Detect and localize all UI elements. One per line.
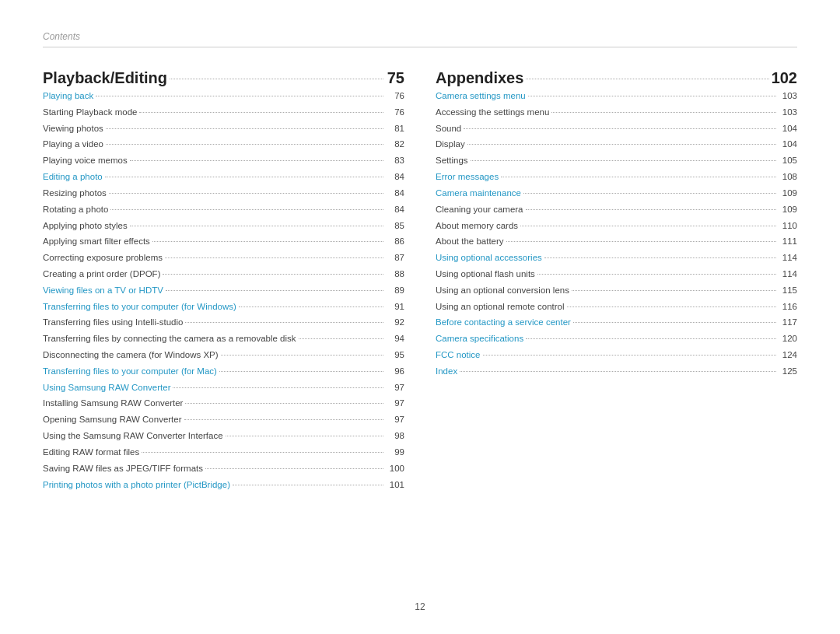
toc-dots [233,485,383,485]
toc-dots [544,257,776,258]
toc-dots [501,177,776,177]
page-container: Contents Playback/Editing 75 Playing bac… [0,0,840,634]
toc-page: 88 [386,268,404,282]
toc-page: 86 [386,235,404,249]
toc-label: Installing Samsung RAW Converter [43,397,183,411]
toc-dots [520,226,776,226]
toc-dots [184,419,383,420]
toc-page: 114 [779,251,797,265]
list-item: Display104 [436,138,797,152]
toc-page: 84 [386,170,404,184]
toc-label: Creating a print order (DPOF) [43,268,160,282]
toc-dots [96,96,383,96]
toc-dots [526,209,776,210]
page-header: Contents [43,31,797,47]
list-item: Viewing photos81 [43,122,404,136]
toc-label: Playing voice memos [43,154,128,168]
right-section-header: Appendixes 102 [436,69,797,87]
toc-page: 97 [386,397,404,411]
list-item: Viewing files on a TV or HDTV89 [43,284,404,298]
list-item: Camera maintenance109 [436,187,797,201]
list-item: Transferring files to your computer (for… [43,365,404,379]
toc-dots [105,177,383,177]
toc-dots [139,112,383,113]
toc-dots [471,160,776,161]
list-item: Using an optional conversion lens115 [436,284,797,298]
toc-dots [106,128,383,129]
toc-label: About the battery [436,235,504,249]
toc-label: Playing a video [43,138,103,152]
list-item: Before contacting a service center117 [436,316,797,330]
right-column: Appendixes 102 Camera settings menu103Ac… [436,69,797,494]
toc-page: 109 [779,203,797,217]
toc-dots [185,322,383,323]
list-item: Sound104 [436,122,797,136]
toc-page: 92 [386,316,404,330]
toc-page: 99 [386,446,404,460]
toc-label: Index [436,365,457,379]
toc-label: Settings [436,154,468,168]
toc-label: FCC notice [436,349,481,363]
list-item: Transferring files using Intelli-studio9… [43,316,404,330]
toc-page: 103 [779,89,797,103]
list-item: Printing photos with a photo printer (Pi… [43,478,404,492]
toc-page: 83 [386,154,404,168]
left-section-page: 75 [386,69,404,87]
toc-page: 108 [779,170,797,184]
toc-dots [526,338,776,339]
toc-page: 120 [779,332,797,346]
toc-label: Using an optional conversion lens [436,284,569,298]
toc-dots [109,193,383,194]
toc-dots [110,209,383,210]
left-section-title: Playback/Editing [43,69,167,87]
toc-page: 100 [386,462,404,476]
list-item: Starting Playback mode76 [43,106,404,120]
toc-dots [460,371,776,372]
list-item: Cleaning your camera109 [436,203,797,217]
list-item: About the battery111 [436,235,797,249]
toc-page: 94 [386,332,404,346]
toc-page: 101 [386,478,404,492]
toc-page: 125 [779,365,797,379]
toc-label: Using the Samsung RAW Converter Interfac… [43,429,223,443]
toc-page: 85 [386,219,404,233]
toc-page: 98 [386,429,404,443]
toc-label: Resizing photos [43,187,107,201]
toc-page: 97 [386,381,404,395]
toc-dots [528,96,776,96]
toc-dots [173,387,383,388]
left-column: Playback/Editing 75 Playing back76Starti… [43,69,404,494]
toc-label: Camera specifications [436,332,523,346]
toc-dots [506,241,776,242]
toc-page: 104 [779,122,797,136]
list-item: Error messages108 [436,170,797,184]
toc-label: Disconnecting the camera (for Windows XP… [43,349,219,363]
list-item: Transferring files to your computer (for… [43,300,404,314]
toc-dots [166,290,383,291]
toc-page: 97 [386,413,404,427]
toc-dots [163,274,383,275]
toc-dots [299,338,383,339]
toc-label: Using an optional remote control [436,300,565,314]
toc-page: 115 [779,284,797,298]
list-item: Correcting exposure problems87 [43,251,404,265]
toc-label: Opening Samsung RAW Converter [43,413,182,427]
toc-dots [165,257,383,258]
toc-label: Editing RAW format files [43,446,139,460]
toc-page: 114 [779,268,797,282]
toc-label: Transferring files to your computer (for… [43,365,217,379]
toc-page: 91 [386,300,404,314]
toc-dots [573,322,776,323]
list-item: Using optional flash units114 [436,268,797,282]
toc-label: Playing back [43,89,93,103]
list-item: Saving RAW files as JPEG/TIFF formats100 [43,462,404,476]
list-item: Playing a video82 [43,138,404,152]
toc-label: Using optional accessories [436,251,542,265]
toc-page: 104 [779,138,797,152]
toc-dots [130,226,383,226]
toc-dots [572,290,776,291]
toc-label: Viewing photos [43,122,103,136]
toc-page: 96 [386,365,404,379]
toc-dots [219,371,383,372]
toc-page: 116 [779,300,797,314]
